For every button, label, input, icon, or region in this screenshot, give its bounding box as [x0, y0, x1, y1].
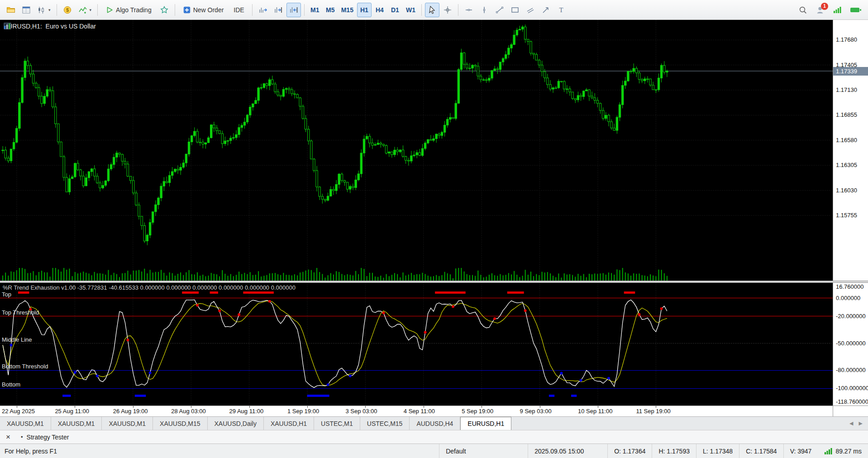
- vertical-line-tool-button[interactable]: [477, 3, 491, 17]
- timeframe-h4-button[interactable]: H4: [372, 3, 387, 17]
- price-axis-label: 1.17130: [836, 86, 857, 94]
- svg-text:T: T: [559, 6, 563, 14]
- timeframe-m1-button[interactable]: M1: [308, 3, 322, 17]
- timeframe-h1-button[interactable]: H1: [357, 3, 372, 17]
- chart-shift-icon: [289, 5, 298, 14]
- chart-tab-xauusd-daily[interactable]: XAUUSD,Daily: [208, 417, 264, 430]
- status-close: C: 1.17584: [739, 444, 783, 458]
- algo-trading-label: Algo Trading: [116, 6, 152, 14]
- toolbar-separator: [175, 4, 175, 16]
- tab-scroll-right-icon[interactable]: ▶: [859, 420, 863, 426]
- time-axis-label: 5 Sep 19:00: [462, 408, 493, 415]
- close-icon[interactable]: ×: [3, 432, 14, 443]
- connection-level-button[interactable]: [830, 3, 844, 17]
- indicator-axis[interactable]: 16.7600000.000000-20.000000-50.000000-80…: [833, 283, 868, 406]
- toolbar-right-group: 1: [796, 3, 864, 17]
- strategy-tester-label[interactable]: Strategy Tester: [27, 434, 69, 441]
- auto-scroll-icon: [274, 5, 283, 14]
- new-order-button[interactable]: New Order: [178, 3, 229, 17]
- time-axis[interactable]: 22 Aug 202525 Aug 11:0026 Aug 19:0028 Au…: [0, 406, 833, 416]
- indicator-level-label-bottom-threshold: Bottom Threshold: [2, 363, 48, 370]
- search-button[interactable]: [796, 3, 810, 17]
- text-icon: T: [557, 5, 566, 14]
- folder-icon: [6, 5, 15, 14]
- indicators-button[interactable]: ▾: [76, 3, 95, 17]
- chart-tab-eurusd-h1[interactable]: EURUSD,H1: [460, 417, 511, 430]
- horizontal-line-tool-button[interactable]: [462, 3, 476, 17]
- chart-tabs-bar: XAUUSD,M1XAUUSD,M1XAUUSD,M1XAUUSD,M15XAU…: [0, 416, 868, 430]
- strategy-tester-bar: × • Strategy Tester: [0, 430, 868, 444]
- chart-icon: [37, 5, 46, 14]
- cursor-tool-button[interactable]: [425, 3, 439, 17]
- crosshair-icon: [443, 5, 452, 14]
- chart-symbol-label: EURUSD,H1: Euro vs US Dollar: [4, 23, 96, 30]
- connection-bars-icon: [824, 447, 832, 455]
- timeframe-m5-button[interactable]: M5: [323, 3, 338, 17]
- trendline-icon: [495, 5, 504, 14]
- timeframe-m15-button[interactable]: M15: [339, 3, 356, 17]
- chart-tab-xauusd-m1[interactable]: XAUUSD,M1: [0, 417, 51, 430]
- algo-trading-button[interactable]: Algo Trading: [101, 3, 156, 17]
- svg-text:$: $: [66, 7, 68, 13]
- chart-tab-xauusd-m1[interactable]: XAUUSD,M1: [102, 417, 153, 430]
- trendline-tool-button[interactable]: [492, 3, 507, 17]
- status-datetime: 2025.09.05 15:00: [528, 444, 607, 458]
- chart-tab-ustec-m15[interactable]: USTEC,M15: [360, 417, 410, 430]
- candlestick-chart-pane[interactable]: EURUSD,H1: Euro vs US Dollar: [0, 20, 833, 281]
- arrow-tool-button[interactable]: [539, 3, 553, 17]
- new-chart-button[interactable]: ▾: [34, 3, 53, 17]
- bid-price-badge: 1.17339: [833, 67, 868, 76]
- chart-tab-xauusd-m15[interactable]: XAUUSD,M15: [153, 417, 207, 430]
- price-axis-label: 1.17680: [836, 36, 857, 43]
- tab-scroll-controls: ◀▶: [844, 417, 868, 430]
- channel-tool-button[interactable]: [523, 3, 538, 17]
- crosshair-tool-button[interactable]: [440, 3, 455, 17]
- battery-status-button[interactable]: [847, 3, 864, 17]
- vertical-line-icon: [480, 5, 489, 14]
- price-axis[interactable]: 1.176801.174051.171301.168551.165801.163…: [833, 20, 868, 281]
- scale-icon: [258, 5, 267, 14]
- new-order-label: New Order: [193, 6, 224, 14]
- channel-icon: [526, 5, 535, 14]
- notifications-button[interactable]: 1: [813, 3, 827, 17]
- toolbar-separator: [458, 4, 458, 16]
- shapes-tool-button[interactable]: [508, 3, 522, 17]
- price-axis-label: 1.16580: [836, 137, 857, 144]
- plus-icon: [183, 6, 191, 14]
- bullet-icon: •: [21, 434, 23, 440]
- chart-tab-xauusd-h1[interactable]: XAUUSD,H1: [264, 417, 314, 430]
- chart-tab-ustec-m1[interactable]: USTEC,M1: [314, 417, 360, 430]
- price-axis-label: 1.16030: [836, 187, 857, 194]
- cursor-icon: [428, 5, 437, 14]
- market-depth-icon[interactable]: [4, 23, 11, 29]
- indicator-pane[interactable]: %R Trend Exhaustion v1.00 -35.772831 -40…: [0, 283, 833, 406]
- status-high: H: 1.17593: [652, 444, 696, 458]
- ide-button[interactable]: IDE: [229, 3, 248, 17]
- scale-button[interactable]: [256, 3, 270, 17]
- open-folder-button[interactable]: [4, 3, 18, 17]
- favorites-button[interactable]: [157, 3, 172, 17]
- status-open: O: 1.17364: [607, 444, 652, 458]
- time-axis-label: 29 Aug 11:00: [229, 408, 264, 415]
- chart-tab-audusd-h4[interactable]: AUDUSD,H4: [410, 417, 460, 430]
- text-tool-button[interactable]: T: [554, 3, 568, 17]
- search-icon: [798, 5, 807, 14]
- symbols-button[interactable]: $: [60, 3, 75, 17]
- chevron-down-icon: ▾: [48, 8, 51, 12]
- time-axis-label: 10 Sep 11:00: [578, 408, 612, 415]
- chart-tab-xauusd-m1[interactable]: XAUUSD,M1: [51, 417, 102, 430]
- timeframe-w1-button[interactable]: W1: [403, 3, 418, 17]
- profile-selector[interactable]: Default: [439, 444, 528, 458]
- status-bar: For Help, press F1 Default 2025.09.05 15…: [0, 444, 868, 458]
- market-watch-button[interactable]: [19, 3, 33, 17]
- chart-shift-button[interactable]: [286, 3, 301, 17]
- connection-status[interactable]: 89.27 ms: [818, 444, 868, 458]
- auto-scroll-button[interactable]: [271, 3, 286, 17]
- timeframe-d1-button[interactable]: D1: [388, 3, 402, 17]
- toolbar-separator: [97, 4, 98, 16]
- ide-label: IDE: [234, 6, 244, 14]
- indicator-level-label-middle-line: Middle Line: [2, 336, 32, 343]
- toolbar-separator: [304, 4, 305, 16]
- signal-bars-icon: [833, 5, 842, 14]
- tab-scroll-left-icon[interactable]: ◀: [849, 420, 853, 426]
